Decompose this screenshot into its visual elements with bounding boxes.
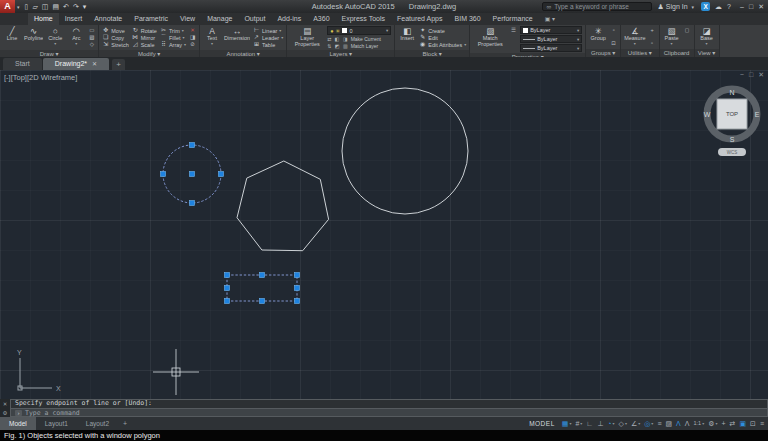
circle-button[interactable]: ○Circle▾	[46, 26, 64, 49]
ribbon-tab-express-tools[interactable]: Express Tools	[336, 13, 391, 25]
group-button[interactable]: ✳Group	[589, 26, 607, 48]
drawing-canvas[interactable]: [-][Top][2D Wireframe] − □ ✕ N W E S TOP…	[0, 70, 768, 399]
grip-handle[interactable]	[260, 273, 265, 278]
selected-circle[interactable]	[161, 143, 224, 206]
grip-handle[interactable]	[161, 172, 166, 177]
mirror-button[interactable]: ⋈Mirror	[132, 34, 157, 41]
customization-menu-toggle[interactable]: ≡	[760, 417, 764, 430]
trim-button[interactable]: ✂Trim▾	[160, 27, 186, 34]
leader-button[interactable]: ↗Leader▾	[253, 34, 283, 41]
command-input[interactable]: › Type a command	[10, 408, 768, 417]
make-current-button[interactable]: ⇄ ◧ ◨Make Current	[327, 36, 391, 42]
ribbon-display-toggle-icon[interactable]: ▣ ▾	[545, 13, 555, 25]
panel-label-utilities[interactable]: Utilities ▾	[621, 49, 658, 57]
paste-button[interactable]: ▧Paste▾	[663, 26, 681, 48]
drawing-objects-layer[interactable]: YX	[0, 70, 768, 399]
units-toggle[interactable]: ⇄	[730, 417, 736, 430]
help-icon[interactable]: ?	[727, 3, 731, 10]
panel-label-view[interactable]: View ▾	[695, 49, 719, 57]
stretch-button[interactable]: ⇲Stretch	[102, 41, 128, 48]
grip-handle[interactable]	[295, 273, 300, 278]
properties-list-button[interactable]: ☰	[510, 27, 517, 34]
dimension-button[interactable]: ↔Dimension	[224, 26, 250, 49]
isometric-drafting-toggle[interactable]: ◇	[619, 417, 624, 430]
rotate-button[interactable]: ↻Rotate	[132, 27, 157, 34]
close-button[interactable]: ✕	[758, 3, 764, 11]
lineweight-toggle[interactable]: ≡	[657, 417, 661, 430]
annotation-monitor-toggle[interactable]: +	[721, 417, 725, 430]
ribbon-tab-parametric[interactable]: Parametric	[128, 13, 174, 25]
autoscale-toggle[interactable]: Λ	[685, 417, 690, 430]
offset-button[interactable]: ⊘	[189, 41, 196, 48]
grid-display-toggle[interactable]: ▦	[562, 417, 569, 430]
text-button[interactable]: AText▾	[203, 26, 221, 49]
create-button[interactable]: ✦Create	[419, 27, 466, 34]
grip-handle[interactable]	[225, 273, 230, 278]
panel-label-layers[interactable]: Layers ▾	[287, 50, 394, 57]
minimize-button[interactable]: –	[740, 3, 744, 11]
panel-label-clipboard[interactable]: Clipboard	[660, 49, 694, 57]
save-icon[interactable]: ◫	[42, 0, 49, 13]
ribbon-tab-insert[interactable]: Insert	[59, 13, 89, 25]
new-file-icon[interactable]: ▯	[25, 0, 29, 13]
ribbon-tab-view[interactable]: View	[174, 13, 201, 25]
layer-properties-button[interactable]: ▤Layer Properties	[290, 26, 324, 49]
search-input[interactable]: ∞ Type a keyword or phrase	[542, 2, 652, 11]
drawing-minimize-button[interactable]: −	[740, 71, 744, 79]
ribbon-tab-a360[interactable]: A360	[307, 13, 335, 25]
compass-west[interactable]: W	[704, 111, 711, 118]
fillet-button[interactable]: ⌒Fillet▾	[160, 34, 186, 41]
cloud-icon[interactable]: ☁	[715, 3, 722, 11]
ribbon-tab-home[interactable]: Home	[28, 13, 59, 25]
grip-handle[interactable]	[190, 201, 195, 206]
ribbon-tab-annotate[interactable]: Annotate	[88, 13, 128, 25]
grip-handle[interactable]	[295, 299, 300, 304]
ribbon-tab-manage[interactable]: Manage	[201, 13, 238, 25]
polyline-button[interactable]: ∿Polyline	[24, 26, 43, 49]
workspace-switching-toggle[interactable]: ⚙	[708, 417, 714, 430]
move-button[interactable]: ✥Move	[102, 27, 128, 34]
match-properties-button[interactable]: ▨Match Properties	[473, 26, 507, 52]
table-button[interactable]: ⊞Table	[253, 41, 283, 48]
ribbon-tab-add-ins[interactable]: Add-ins	[271, 13, 307, 25]
grip-handle[interactable]	[219, 172, 224, 177]
polar-tracking-toggle[interactable]: ◔	[607, 417, 611, 430]
annotation-visibility-toggle[interactable]: Λ	[676, 417, 681, 430]
panel-label-block[interactable]: Block ▾	[395, 50, 469, 57]
redo-icon[interactable]: ↷	[73, 0, 79, 13]
compass-north[interactable]: N	[729, 89, 734, 96]
ortho-mode-toggle[interactable]: ⊥	[597, 417, 603, 430]
heptagon-outline[interactable]	[237, 161, 329, 251]
id-point-button[interactable]: ▫	[649, 40, 656, 47]
app-menu-caret-icon[interactable]: ▾	[17, 4, 20, 10]
heptagon[interactable]	[237, 161, 329, 251]
arc-button[interactable]: ◠Arc▾	[67, 26, 85, 49]
graphics-performance-toggle[interactable]: ▣	[739, 417, 746, 430]
scale-button[interactable]: ◿Scale	[132, 41, 157, 48]
rectangle-button[interactable]: ▭	[88, 27, 95, 34]
copy-clip-button[interactable]: ◻	[684, 27, 691, 34]
viewport-controls-label[interactable]: [-][Top][2D Wireframe]	[4, 73, 77, 82]
panel-label-groups[interactable]: Groups ▾	[586, 49, 620, 57]
undo-icon[interactable]: ↶	[63, 0, 69, 13]
file-tab-start[interactable]: Start	[3, 58, 42, 70]
app-logo[interactable]: A	[0, 0, 15, 13]
ellipse-button[interactable]: ◇	[88, 41, 95, 48]
object-color-select[interactable]: ByLayer▾	[520, 26, 582, 34]
layout1-tab[interactable]: Layout1	[36, 417, 77, 430]
drawing-restore-button[interactable]: □	[749, 71, 753, 79]
ungroup-button[interactable]: ▫	[610, 27, 617, 34]
insert-button[interactable]: ◧Insert	[398, 26, 416, 49]
ribbon-tab-bim-360[interactable]: BIM 360	[449, 13, 487, 25]
sign-in-button[interactable]: ♟ Sign In ▾	[657, 3, 696, 11]
group-edit-button[interactable]: ⊡	[610, 40, 617, 47]
panel-label-annotation[interactable]: Annotation ▾	[200, 50, 286, 57]
qat-dropdown-icon[interactable]: ▾	[83, 0, 87, 13]
exchange-apps-icon[interactable]: X	[701, 2, 710, 11]
measure-button[interactable]: ∡Measure▾	[624, 26, 645, 48]
new-layout-button[interactable]: +	[118, 420, 132, 427]
layout2-tab[interactable]: Layout2	[77, 417, 118, 430]
quick-select-button[interactable]: +	[649, 27, 656, 34]
hatch-button[interactable]: ▨	[88, 34, 95, 41]
model-space-button[interactable]: MODEL	[526, 420, 558, 427]
